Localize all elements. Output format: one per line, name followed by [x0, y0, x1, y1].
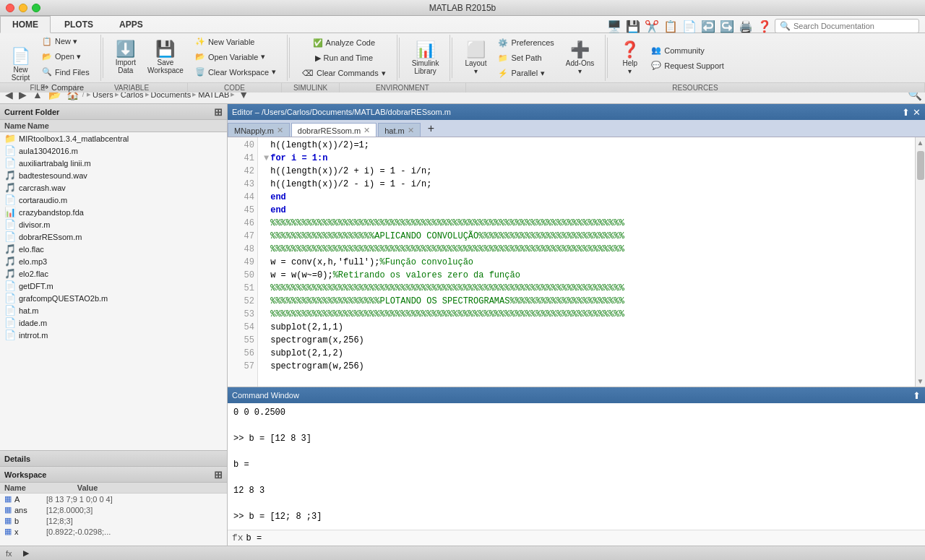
fold-spacer: ▼	[264, 217, 269, 230]
scroll-up[interactable]: ▲	[916, 137, 925, 148]
file-item[interactable]: 📊crazybandstop.fda	[0, 206, 227, 218]
workspace-item[interactable]: ▦A[8 13 7;9 1 0;0 0 4]	[0, 494, 227, 504]
analyze-code-button[interactable]: ✅ Analyze Code	[308, 36, 381, 50]
tab-hat-close[interactable]: ✕	[408, 126, 414, 135]
new-var-icon: ✨	[195, 37, 205, 46]
file-icon: 📄	[4, 329, 16, 340]
open-button[interactable]: 📂 Open ▾	[37, 50, 95, 64]
editor-panel: Editor – /Users/Carlos/Documents/MATLAB/…	[228, 104, 925, 387]
file-item[interactable]: 🎵carcrash.wav	[0, 181, 227, 194]
file-name: getDFT.m	[19, 282, 53, 290]
search-box[interactable]: 🔍	[775, 19, 919, 33]
icon5[interactable]: 📄	[681, 18, 698, 35]
tab-dobrar-close[interactable]: ✕	[363, 126, 370, 135]
new-variable-button[interactable]: ✨ New Variable	[190, 35, 281, 48]
workspace-menu[interactable]: ⊞	[214, 469, 223, 481]
new-script-button[interactable]: 📄 New Script	[6, 45, 35, 84]
file-item[interactable]: 🎵elo.mp3	[0, 255, 227, 267]
file-item[interactable]: 🎵badtestesound.wav	[0, 169, 227, 181]
help-button[interactable]: ❓ Help ▾	[615, 38, 645, 77]
line-num: 57	[231, 360, 254, 373]
icon4[interactable]: 📋	[662, 18, 679, 35]
current-folder-menu[interactable]: ⊞	[214, 106, 223, 118]
window-title: MATLAB R2015b	[429, 3, 496, 13]
file-item[interactable]: 🎵elo.flac	[0, 243, 227, 255]
editor-title: Editor – /Users/Carlos/Documents/MATLAB/…	[232, 108, 451, 116]
new-button[interactable]: 📋 New ▾	[37, 35, 95, 48]
tab-dobrar[interactable]: dobrarRESsom.m ✕	[291, 123, 377, 137]
icon7[interactable]: ↪️	[718, 18, 736, 35]
file-item[interactable]: 📄cortaraudio.m	[0, 194, 227, 206]
file-item[interactable]: 📁MIRtoolbox1.3.4_matlabcentral	[0, 132, 227, 145]
line-num: 45	[231, 204, 254, 217]
cmd-expand-btn[interactable]: ⬆	[913, 390, 921, 401]
open-variable-button[interactable]: 📂 Open Variable ▾	[190, 50, 281, 64]
workspace-item[interactable]: ▦b[12;8;3]	[0, 515, 227, 526]
tab-mnapply-close[interactable]: ✕	[277, 126, 283, 135]
scroll-down[interactable]: ▼	[916, 376, 925, 387]
clear-commands-button[interactable]: ⌫ Clear Commands ▾	[297, 66, 391, 80]
command-input[interactable]	[246, 533, 921, 543]
editor-expand-btn[interactable]: ⬆	[902, 107, 910, 118]
file-item[interactable]: 📄dobrarRESsom.m	[0, 231, 227, 243]
add-ons-button[interactable]: ➕ Add-Ons ▾	[561, 38, 599, 77]
search-input[interactable]	[793, 22, 914, 30]
icon1[interactable]: 🖥️	[606, 18, 623, 35]
save-workspace-button[interactable]: 💾 Save Workspace	[142, 38, 189, 77]
file-item[interactable]: 📄intrrot.m	[0, 329, 227, 341]
parallel-button[interactable]: ⚡ Parallel ▾	[493, 66, 559, 80]
file-item[interactable]: 📄grafcompQUESTAO2b.m	[0, 292, 227, 304]
editor-scrollbar[interactable]: ▲ ▼	[915, 137, 925, 387]
minimize-button[interactable]	[19, 4, 27, 12]
command-window-content[interactable]: 0 0 0.2500 >> b = [12 8 3] b = 12 8 3 >>…	[228, 403, 925, 530]
editor-tabs: MNapply.m ✕ dobrarRESsom.m ✕ hat.m ✕ +	[228, 120, 925, 137]
file-item[interactable]: 📄idade.m	[0, 316, 227, 329]
analyze-icon: ✅	[313, 38, 323, 48]
icon6[interactable]: ↩️	[700, 18, 717, 35]
run-time-button[interactable]: ▶ Run and Time	[310, 51, 378, 65]
line-num: 40	[231, 139, 254, 152]
file-item[interactable]: 📄getDFT.m	[0, 280, 227, 292]
tab-home[interactable]: HOME	[0, 16, 51, 33]
import-data-button[interactable]: ⬇️ Import Data	[111, 38, 141, 77]
resources-section: ❓ Help ▾ 👥 Community 💬 Request Support	[609, 35, 735, 81]
ribbon-labels: FILE VARIABLE CODE SIMULINK ENVIRONMENT …	[0, 82, 925, 92]
community-button[interactable]: 👥 Community	[646, 43, 729, 57]
simulink-library-button[interactable]: 📊 Simulink Library	[407, 38, 444, 77]
request-support-button[interactable]: 💬 Request Support	[646, 59, 729, 72]
file-item[interactable]: 📄hat.m	[0, 304, 227, 316]
tab-hat[interactable]: hat.m ✕	[378, 123, 421, 137]
environment-label: ENVIRONMENT	[340, 83, 466, 92]
sep5	[607, 38, 608, 78]
file-item[interactable]: 📄divisor.m	[0, 218, 227, 231]
code-content[interactable]: ▼ h((length(x))/2)=1;▼ for i = 1:n▼ h((l…	[258, 137, 915, 387]
tab-plots[interactable]: PLOTS	[52, 16, 106, 33]
icon9[interactable]: ❓	[756, 18, 773, 35]
compare-button[interactable]: ⇔ Compare	[37, 80, 95, 94]
fold-btn[interactable]: ▼	[264, 152, 269, 165]
scroll-thumb[interactable]	[917, 151, 924, 180]
workspace-item[interactable]: ▦ans[12;8.0000;3]	[0, 504, 227, 515]
file-item[interactable]: 📄aula13042016.m	[0, 145, 227, 157]
editor-close-btn[interactable]: ✕	[913, 107, 921, 118]
layout-button[interactable]: ⬜ Layout ▾	[460, 38, 491, 77]
editor-code-area[interactable]: 404142434445464748495051525354555657 ▼ h…	[228, 137, 915, 387]
icon2[interactable]: 💾	[624, 18, 642, 35]
close-button[interactable]	[6, 4, 14, 12]
maximize-button[interactable]	[32, 4, 40, 12]
file-item[interactable]: 🎵elo2.flac	[0, 267, 227, 280]
name-column-header: Name	[4, 121, 26, 130]
set-path-button[interactable]: 📁 Set Path	[493, 51, 559, 65]
add-tab-button[interactable]: +	[422, 120, 440, 137]
workspace-item[interactable]: ▦x[0.8922;-0.0298;...	[0, 526, 227, 537]
preferences-button[interactable]: ⚙️ Preferences	[493, 36, 559, 50]
icon8[interactable]: 🖨️	[737, 18, 754, 35]
find-files-button[interactable]: 🔍 Find Files	[37, 65, 95, 79]
file-item[interactable]: 📄auxiliartrabalg linii.m	[0, 157, 227, 169]
code-comment: %%%%%%%%%%%%%%%%%%%%%%%%%%%%%%%%%%%%%%%%…	[270, 217, 624, 230]
code-keyword: end	[270, 204, 286, 217]
tab-mnapply[interactable]: MNapply.m ✕	[228, 123, 290, 137]
clear-workspace-button[interactable]: 🗑️ Clear Workspace ▾	[190, 65, 281, 79]
tab-apps[interactable]: APPS	[107, 16, 155, 33]
icon3[interactable]: ✂️	[643, 18, 661, 35]
